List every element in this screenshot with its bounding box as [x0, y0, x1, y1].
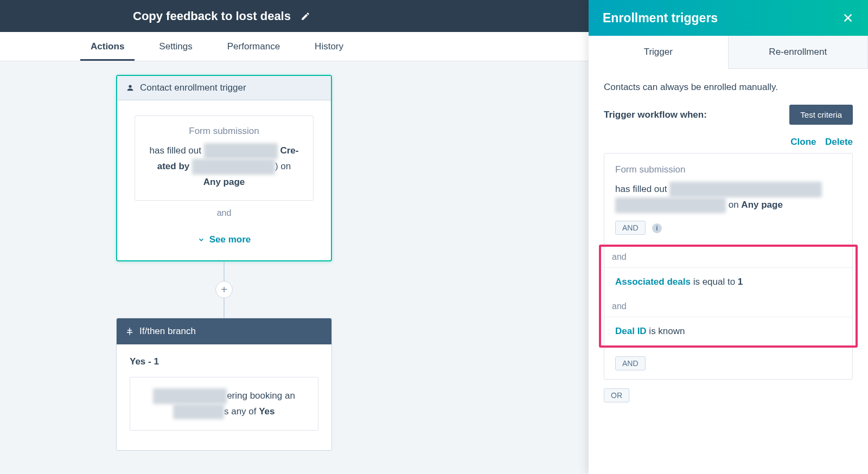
filters-box: Form submission has filled out xxxxxxxxx…	[604, 153, 853, 380]
branch-card[interactable]: If/then branch Yes - 1 xxxxxxxxxxxxxxxxe…	[116, 318, 332, 451]
filter-associated-deals[interactable]: Associated deals is equal to 1	[604, 267, 852, 296]
see-more-toggle[interactable]: See more	[135, 234, 314, 245]
and-label: and	[604, 247, 852, 267]
and-button[interactable]: AND	[615, 356, 646, 370]
tab-actions[interactable]: Actions	[73, 32, 142, 61]
connector-line	[224, 261, 225, 281]
and-button[interactable]: AND	[615, 221, 646, 235]
test-criteria-button[interactable]: Test criteria	[789, 105, 853, 125]
panel-tab-reenrollment[interactable]: Re-enrollment	[728, 36, 869, 69]
highlighted-filters: and Associated deals is equal to 1 and D…	[599, 245, 858, 348]
manual-enroll-note: Contacts can always be enrolled manually…	[604, 82, 853, 93]
delete-link[interactable]: Delete	[825, 137, 853, 147]
trigger-when-label: Trigger workflow when:	[604, 110, 707, 120]
add-action-button[interactable]: +	[215, 281, 233, 298]
branch-header: If/then branch	[117, 318, 331, 344]
or-button[interactable]: OR	[604, 388, 629, 402]
branch-yes-label: Yes - 1	[130, 356, 318, 367]
form-submission-label: Form submission	[615, 164, 841, 175]
panel-tabs: Trigger Re-enrollment	[589, 36, 868, 69]
tab-settings[interactable]: Settings	[142, 32, 209, 61]
chevron-down-icon	[197, 236, 205, 244]
trigger-condition-text: has filled out xxxxxxxxxxxxxxxx Cre-ated…	[143, 143, 305, 190]
connector-line	[224, 298, 225, 318]
form-submission-text: has filled out xxxxxxxxxxxxxxxxxxxxxxxxx…	[615, 182, 841, 213]
panel-tab-trigger[interactable]: Trigger	[589, 36, 728, 69]
enrollment-trigger-title: Contact enrollment trigger	[140, 82, 246, 93]
form-submission-label: Form submission	[143, 126, 305, 137]
workflow-title: Copy feedback to lost deals	[133, 9, 291, 23]
enrollment-trigger-header: Contact enrollment trigger	[117, 76, 331, 100]
branch-title: If/then branch	[139, 326, 196, 337]
panel-title: Enrollment triggers	[603, 11, 718, 25]
enrollment-panel: Enrollment triggers Trigger Re-enrollmen…	[589, 0, 868, 474]
and-label: and	[604, 296, 852, 317]
branch-condition-box: xxxxxxxxxxxxxxxxering booking an xxxxxxx…	[130, 377, 318, 431]
and-separator: and	[135, 208, 314, 218]
trigger-condition-box: Form submission has filled out xxxxxxxxx…	[135, 116, 314, 201]
tab-history[interactable]: History	[297, 32, 361, 61]
info-icon[interactable]: i	[652, 223, 662, 233]
filter-deal-id[interactable]: Deal ID is known	[604, 317, 852, 345]
panel-header: Enrollment triggers	[589, 0, 868, 36]
enrollment-trigger-card[interactable]: Contact enrollment trigger Form submissi…	[116, 75, 332, 261]
branch-icon	[125, 327, 134, 336]
contact-icon	[126, 84, 135, 92]
close-icon[interactable]	[842, 12, 854, 24]
tab-performance[interactable]: Performance	[210, 32, 297, 61]
pencil-icon[interactable]	[301, 11, 310, 21]
clone-link[interactable]: Clone	[790, 137, 816, 147]
